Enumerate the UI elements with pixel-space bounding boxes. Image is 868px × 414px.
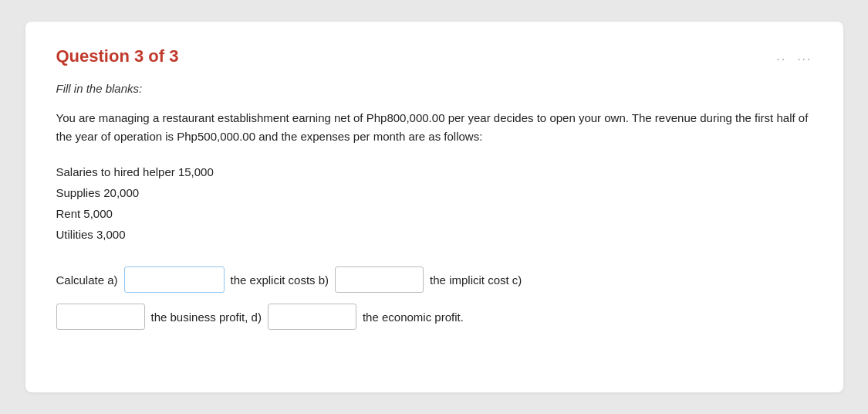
header-icons: .. ... [776, 49, 812, 63]
expense-item-3: Rent 5,000 [56, 203, 812, 224]
economic-profit-label: the economic profit. [363, 310, 464, 324]
question-card: Question 3 of 3 .. ... Fill in the blank… [25, 22, 843, 392]
implicit-cost-label: the implicit cost c) [430, 273, 522, 287]
input-a[interactable] [124, 266, 225, 293]
calculate-row-1: Calculate a) the explicit costs b) the i… [56, 266, 812, 293]
input-b[interactable] [335, 266, 424, 293]
business-profit-label: the business profit, d) [151, 310, 262, 324]
expense-item-1: Salaries to hired helper 15,000 [56, 161, 812, 182]
expense-item-4: Utilities 3,000 [56, 224, 812, 245]
input-c[interactable] [56, 304, 145, 330]
input-d[interactable] [268, 304, 356, 330]
more-options-icon[interactable]: ... [797, 49, 812, 63]
expenses-list: Salaries to hired helper 15,000 Supplies… [56, 161, 812, 245]
question-title: Question 3 of 3 [56, 46, 179, 66]
explicit-costs-label: the explicit costs b) [231, 273, 329, 287]
question-body: You are managing a restaurant establishm… [56, 109, 812, 146]
minimize-icon[interactable]: .. [776, 49, 786, 63]
calculate-label-a: Calculate a) [56, 273, 118, 287]
expense-item-2: Supplies 20,000 [56, 182, 812, 203]
instruction-text: Fill in the blanks: [56, 82, 812, 95]
calculate-row-2: the business profit, d) the economic pro… [56, 304, 812, 330]
card-header: Question 3 of 3 .. ... [56, 46, 812, 66]
